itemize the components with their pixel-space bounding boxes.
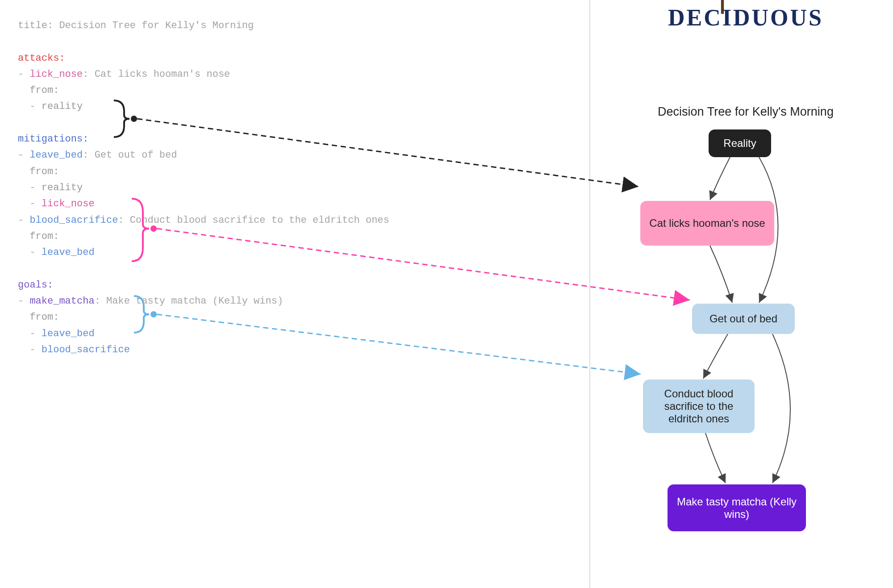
node-goal-matcha: Make tasty matcha (Kelly wins)	[668, 484, 806, 531]
node-mitigation-leavebed: Get out of bed	[692, 304, 795, 334]
code-line-leaveref: - leave_bed	[18, 245, 554, 261]
code-line-licknose: - lick_nose: Cat licks hooman's nose	[18, 67, 554, 83]
node-reality: Reality	[709, 129, 771, 157]
node-mitigation-blood: Conduct blood sacrifice to the eldritch …	[643, 379, 755, 433]
code-line-blank	[18, 261, 554, 277]
code-line-matcha: - make_matcha: Make tasty matcha (Kelly …	[18, 293, 554, 309]
code-line-reality1: - reality	[18, 99, 554, 115]
code-line-from2: from:	[18, 164, 554, 180]
code-line-from1: from:	[18, 83, 554, 99]
code-line-leavebed: - leave_bed: Get out of bed	[18, 147, 554, 163]
code-line-bloodref: - blood_sacrifice	[18, 342, 554, 358]
code-line-from3: from:	[18, 229, 554, 245]
code-line-reality2: - reality	[18, 180, 554, 196]
code-line-title: title: Decision Tree for Kelly's Morning	[18, 18, 554, 34]
code-line-mitigations: mitigations:	[18, 131, 554, 147]
yaml-code-panel: title: Decision Tree for Kelly's Morning…	[18, 18, 554, 358]
code-line-goals: goals:	[18, 277, 554, 293]
code-line-blank	[18, 115, 554, 131]
code-line-blank	[18, 34, 554, 50]
code-line-attacks: attacks:	[18, 50, 554, 67]
code-line-from4: from:	[18, 309, 554, 325]
code-line-leaveref2: - leave_bed	[18, 326, 554, 342]
code-line-blood: - blood_sacrifice: Conduct blood sacrifi…	[18, 213, 554, 229]
code-line-lickref: - lick_nose	[18, 196, 554, 212]
panel-divider	[589, 0, 590, 588]
graph-panel: DECIDUOUS Decision Tree for Kelly's Morn…	[598, 0, 893, 588]
node-attack-licknose: Cat licks hooman's nose	[640, 201, 774, 246]
